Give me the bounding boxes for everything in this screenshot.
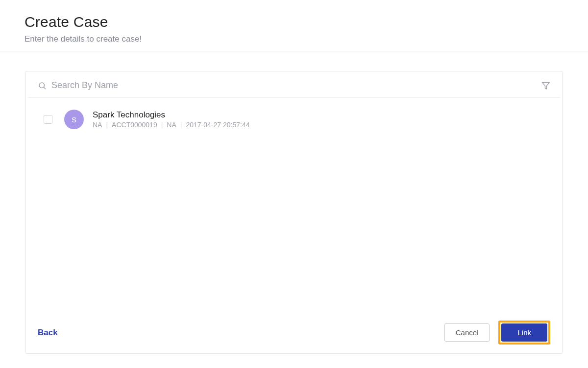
svg-line-1 [44,87,45,89]
page-title: Create Case [24,14,588,30]
meta-value: NA [167,121,176,129]
panel-footer: Back Cancel Link [26,312,562,353]
meta-separator: | [180,121,182,129]
back-button[interactable]: Back [38,328,58,338]
page-subtitle: Enter the details to create case! [24,34,588,44]
meta-separator: | [106,121,108,129]
page-header: Create Case Enter the details to create … [0,0,588,51]
list-item[interactable]: S Spark Technologies NA | ACCT0000019 | … [26,105,562,134]
filter-icon[interactable] [541,81,550,90]
search-row [28,71,560,98]
meta-value: NA [93,121,102,129]
search-input[interactable] [51,80,541,91]
cancel-button[interactable]: Cancel [444,323,490,342]
link-button[interactable]: Link [501,323,547,342]
meta-separator: | [161,121,163,129]
svg-marker-2 [542,82,550,89]
avatar: S [64,110,84,129]
highlight-ring: Link [498,321,550,345]
item-meta: NA | ACCT0000019 | NA | 2017-04-27 20:57… [93,121,552,129]
results-list: S Spark Technologies NA | ACCT0000019 | … [26,98,562,312]
svg-point-0 [39,83,45,88]
search-icon [38,81,47,90]
item-name: Spark Technologies [93,110,552,120]
item-text: Spark Technologies NA | ACCT0000019 | NA… [93,110,552,129]
meta-value: ACCT0000019 [112,121,157,129]
meta-value: 2017-04-27 20:57:44 [186,121,249,129]
item-checkbox[interactable] [44,115,52,124]
content-panel: S Spark Technologies NA | ACCT0000019 | … [25,71,563,354]
